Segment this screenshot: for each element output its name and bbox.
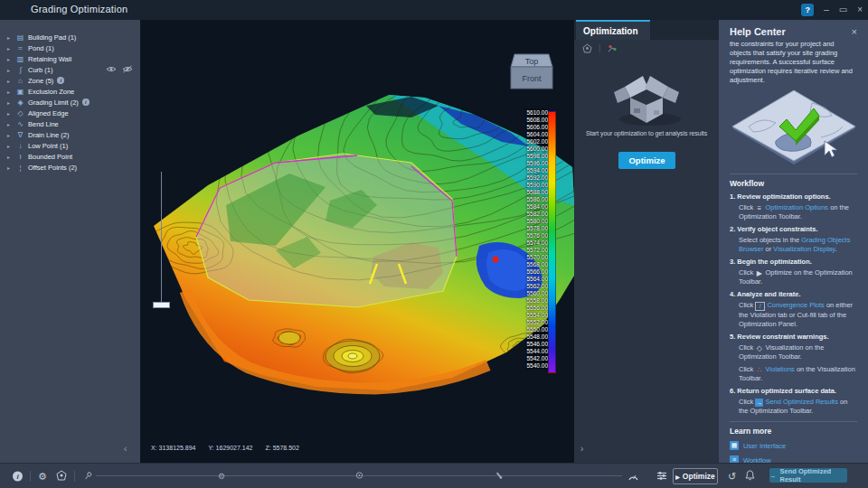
workflow-link[interactable]: Convergence Plots [767,301,824,309]
undo-icon[interactable]: ↺ [728,471,736,483]
optimize-toolbar-button[interactable]: ▶ Optimize [673,468,718,484]
help-intro-text: the constraints for your project and obj… [730,40,857,85]
workflow-heading: Workflow [730,179,857,188]
expand-arrow-icon[interactable]: ▸ [7,164,15,171]
optimization-panel-toolbar: | [574,40,719,56]
pin-icon[interactable] [83,468,93,484]
tree-item-drain-line[interactable]: ▸∇Drain Line (2) [0,129,140,140]
close-icon[interactable]: × [857,5,863,14]
toolbar-divider: | [599,43,600,52]
grading-limit-icon: ◈ [15,99,25,107]
tree-item-label: Drain Line (2) [28,131,69,139]
visualization-icon[interactable] [56,468,67,484]
timeline-stage-marker[interactable] [355,472,363,482]
tree-item-low-point[interactable]: ▸↓Low Point (1) [0,140,140,151]
view-cube[interactable]: Top Front [506,42,557,94]
expand-arrow-icon[interactable]: ▸ [7,34,15,41]
optimization-options-icon[interactable] [656,468,667,484]
empty-state-message: Start your optimization to get analysis … [574,130,719,136]
expand-arrow-icon[interactable]: ▸ [7,56,15,62]
workflow-step-body: Click ▶ Optimize on the Optimization Too… [730,268,857,286]
gauge-icon[interactable] [627,468,639,484]
timeline-wrench-marker[interactable] [495,471,504,482]
tree-item-zone[interactable]: ▸⌂Zone (5)i [0,75,140,86]
info-icon[interactable]: i [13,472,23,482]
visualization-icon[interactable] [582,43,592,53]
learn-more-label: Workflow [743,456,771,464]
pond-icon: ≈ [15,44,25,52]
workflow-link[interactable]: Violations [765,365,794,373]
elevation-slider-handle[interactable] [153,302,170,308]
help-close-icon[interactable]: × [852,26,857,37]
collapse-right-panel-icon[interactable]: › [580,444,583,454]
expand-arrow-icon[interactable]: ▸ [7,110,15,117]
workflow-step-body: Click ∴ Violations on the Visualization … [730,365,857,383]
bounded-point-icon: I [15,153,25,161]
timeline-gear-marker[interactable]: ⚙ [218,472,225,481]
empty-box-illustration [601,67,692,128]
expand-arrow-icon[interactable]: ▸ [7,67,15,73]
visualization-display[interactable]: Top Front 5610.005608.005606.005604.0056… [140,20,574,463]
tree-item-bend-line[interactable]: ▸∿Bend Line [0,118,140,129]
tree-item-label: Zone (5) [28,77,53,85]
workflow-link[interactable]: Optimization Options [765,203,828,211]
expand-arrow-icon[interactable]: ▸ [7,121,15,127]
expand-arrow-icon[interactable]: ▸ [7,154,15,160]
expand-arrow-icon[interactable]: ▸ [7,45,15,52]
elevation-legend: 5610.005608.005606.005604.005602.005600.… [484,109,560,375]
help-center-title: Help Center [730,26,786,37]
workflow-text: Click [739,301,755,309]
send-arrow-icon: → [769,472,777,480]
exclusion-zone-icon: ▣ [15,88,25,96]
expand-arrow-icon[interactable]: ▸ [7,89,15,95]
workflow-text: Click [739,365,755,373]
elevation-slider-track [161,172,162,305]
tree-item-curb[interactable]: ▸∫Curb (1) [0,64,140,75]
eye-off-icon[interactable] [122,65,133,73]
send-optimized-result-button[interactable]: → Send Optimized Result [769,468,847,483]
optimize-button[interactable]: Optimize [618,152,675,169]
expand-arrow-icon[interactable]: ▸ [7,99,15,106]
violations-icon[interactable] [607,43,618,53]
workflow-step-body: Click ≡ Optimization Options on the Opti… [730,203,857,221]
restore-icon[interactable]: ▭ [839,5,847,14]
expand-arrow-icon[interactable]: ▸ [7,132,15,138]
coord-y: Y: 1629027.142 [208,445,252,451]
violations-icon: ∴ [755,366,763,374]
grading-illustration [731,89,857,168]
tab-optimization[interactable]: Optimization [576,20,650,40]
minimize-icon[interactable]: – [824,5,829,14]
optimization-settings-icon[interactable]: ⚙ [38,471,47,483]
workflow-text: Click [739,343,755,352]
visualization-icon: ◇ [755,344,763,352]
tree-item-label: Curb (1) [28,66,53,74]
help-icon[interactable]: ? [801,4,814,16]
workflow-step-body: Click ◇ Visualization on the Optimizatio… [730,343,857,361]
workflow-step: 3. Begin the optimization.Click ▶ Optimi… [730,258,857,286]
tree-item-building-pad[interactable]: ▸▤Building Pad (1) [0,32,140,42]
visibility-controls [106,65,133,73]
tree-item-aligned-edge[interactable]: ▸◇Aligned Edge [0,108,140,118]
learn-more-item[interactable]: ▦User Interface [730,441,857,450]
low-point-icon: ↓ [15,142,25,150]
info-badge-icon: i [82,99,90,106]
tree-item-bounded-point[interactable]: ▸IBounded Point [0,151,140,162]
tree-item-retaining-wall[interactable]: ▸▥Retaining Wall [0,53,140,64]
send-results-icon: → [755,399,763,407]
eye-icon[interactable] [106,65,117,73]
tree-item-exclusion-zone[interactable]: ▸▣Exclusion Zone [0,86,140,97]
tree-item-pond[interactable]: ▸≈Pond (1) [0,42,140,53]
tree-item-grading-limit[interactable]: ▸◈Grading Limit (2)i [0,97,140,108]
collapse-left-panel-icon[interactable]: ‹ [124,444,127,454]
info-badge-icon: i [57,77,64,84]
tree-item-offset-points[interactable]: ▸¦Offset Points (2) [0,162,140,173]
expand-arrow-icon[interactable]: ▸ [7,143,15,149]
workflow-link[interactable]: Visualization Display [773,245,835,253]
learn-more-item[interactable]: ≡Workflow [730,455,857,463]
view-cube-front-label: Front [522,74,542,83]
workflow-link[interactable]: Send Optimized Results [765,398,837,406]
workflow-step-title: 6. Return optimized surface data. [730,387,857,395]
notifications-bell-icon[interactable] [745,468,755,484]
optimization-options-icon: ≡ [755,204,763,212]
expand-arrow-icon[interactable]: ▸ [7,78,15,84]
